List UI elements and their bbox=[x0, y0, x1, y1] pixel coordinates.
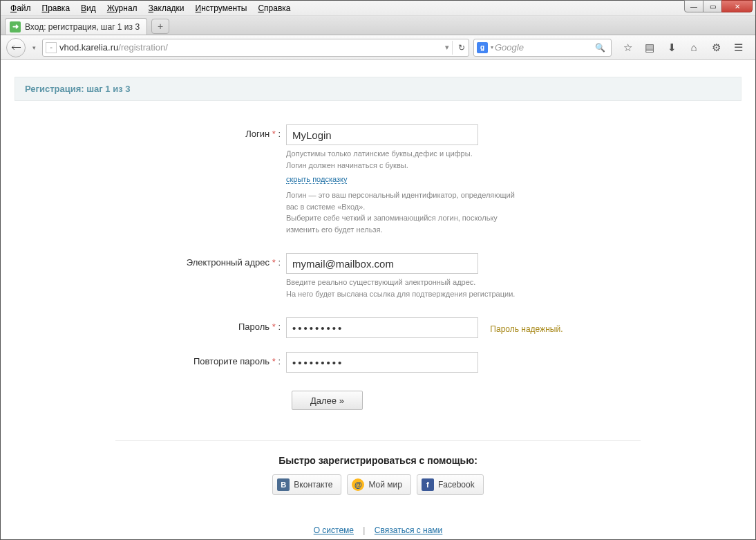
search-go-icon[interactable]: 🔍 bbox=[592, 43, 608, 53]
tab-title: Вход: регистрация, шаг 1 из 3 bbox=[25, 22, 140, 32]
menu-icon[interactable]: ☰ bbox=[732, 41, 744, 54]
menu-tools[interactable]: Инструменты bbox=[190, 2, 253, 15]
tab-active[interactable]: ➜ Вход: регистрация, шаг 1 из 3 bbox=[5, 18, 147, 35]
menubar: Файл Правка Вид Журнал Закладки Инструме… bbox=[1, 1, 755, 16]
search-placeholder: Google bbox=[495, 42, 592, 53]
email-hint: Введите реально существующий электронный… bbox=[286, 277, 549, 299]
next-button[interactable]: Далее » bbox=[292, 391, 363, 410]
new-tab-button[interactable]: + bbox=[151, 19, 169, 34]
password-repeat-input[interactable] bbox=[286, 352, 478, 373]
maximize-button[interactable]: ▭ bbox=[703, 0, 722, 12]
google-icon[interactable]: g bbox=[477, 42, 488, 53]
addon-icon[interactable]: ⚙ bbox=[710, 41, 722, 54]
login-hint-1: Допустимы только латинские буквы,дефис и… bbox=[286, 148, 521, 171]
search-bar[interactable]: g ▾ Google 🔍 bbox=[473, 39, 612, 57]
menu-edit[interactable]: Правка bbox=[37, 2, 76, 15]
password-repeat-label: Повторите пароль * : bbox=[15, 352, 286, 373]
separator bbox=[115, 440, 641, 441]
url-dropdown-icon[interactable]: ▾ bbox=[442, 43, 452, 52]
menu-help[interactable]: Справка bbox=[252, 2, 296, 15]
login-input[interactable] bbox=[286, 124, 478, 145]
reload-button[interactable]: ↻ bbox=[452, 41, 466, 55]
row-password: Пароль * : Пароль надежный. bbox=[15, 317, 741, 339]
search-engine-caret-icon[interactable]: ▾ bbox=[491, 44, 493, 50]
login-hint-2: Логин — это ваш персональный идентификат… bbox=[286, 189, 521, 235]
bookmarks-list-icon[interactable]: ▤ bbox=[643, 41, 656, 54]
toolbar-icons: ☆ ▤ ⬇ ⌂ ⚙ ☰ bbox=[616, 41, 750, 54]
submit-row: Далее » bbox=[292, 391, 741, 410]
nav-toolbar: 🡐 ▾ ▫ vhod.karelia.ru/registration/ ▾ ↻ … bbox=[1, 35, 755, 60]
url-bar[interactable]: ▫ vhod.karelia.ru/registration/ ▾ ↻ bbox=[42, 39, 469, 57]
bookmark-star-icon[interactable]: ☆ bbox=[621, 41, 634, 54]
tab-favicon-icon: ➜ bbox=[10, 21, 21, 32]
social-facebook-button[interactable]: fFacebook bbox=[417, 474, 484, 495]
site-identity-icon[interactable]: ▫ bbox=[46, 42, 57, 53]
page: Регистрация: шаг 1 из 3 Логин * : Допуст… bbox=[2, 60, 754, 538]
home-icon[interactable]: ⌂ bbox=[688, 41, 700, 53]
toggle-hint-link[interactable]: скрыть подсказку bbox=[286, 175, 347, 184]
row-email: Электронный адрес * : Введите реально су… bbox=[15, 253, 741, 299]
content-viewport: Регистрация: шаг 1 из 3 Логин * : Допуст… bbox=[2, 60, 754, 538]
tab-bar: ➜ Вход: регистрация, шаг 1 из 3 + bbox=[1, 16, 755, 35]
social-block: Быстро зарегистрироваться с помощью: BВк… bbox=[15, 455, 741, 495]
facebook-icon: f bbox=[422, 478, 434, 491]
social-moimir-button[interactable]: @Мой мир bbox=[347, 474, 410, 495]
social-vk-label: Вконтакте bbox=[294, 480, 332, 490]
login-label: Логин * : bbox=[15, 124, 286, 235]
contact-link[interactable]: Связаться с нами bbox=[375, 525, 442, 535]
password-strength-note: Пароль надежный. bbox=[490, 319, 563, 339]
content-scroll[interactable]: Регистрация: шаг 1 из 3 Логин * : Допуст… bbox=[2, 60, 754, 538]
footer-divider: | bbox=[363, 525, 365, 535]
history-dropdown-icon[interactable]: ▾ bbox=[30, 44, 38, 51]
menu-history[interactable]: Журнал bbox=[102, 2, 143, 15]
minimize-button[interactable]: — bbox=[684, 0, 703, 12]
back-button[interactable]: 🡐 bbox=[6, 38, 26, 57]
moimir-icon: @ bbox=[352, 478, 364, 491]
vk-icon: B bbox=[277, 478, 290, 491]
menu-file[interactable]: Файл bbox=[5, 2, 37, 15]
email-label: Электронный адрес * : bbox=[15, 253, 286, 299]
page-title: Регистрация: шаг 1 из 3 bbox=[15, 77, 741, 101]
row-password-repeat: Повторите пароль * : bbox=[15, 352, 741, 373]
close-button[interactable]: ✕ bbox=[721, 0, 753, 12]
password-input[interactable] bbox=[286, 317, 478, 338]
social-vk-button[interactable]: BВконтакте bbox=[272, 474, 341, 495]
menu-view[interactable]: Вид bbox=[75, 2, 102, 15]
url-text: vhod.karelia.ru/registration/ bbox=[59, 42, 442, 53]
social-facebook-label: Facebook bbox=[438, 480, 475, 490]
social-moimir-label: Мой мир bbox=[368, 480, 401, 490]
row-login: Логин * : Допустимы только латинские бук… bbox=[15, 124, 741, 235]
footer-links: О системе | Связаться с нами bbox=[15, 525, 741, 535]
menu-bookmarks[interactable]: Закладки bbox=[143, 2, 190, 15]
window-controls: — ▭ ✕ bbox=[685, 0, 753, 12]
email-input[interactable] bbox=[286, 253, 478, 274]
about-link[interactable]: О системе bbox=[314, 525, 354, 535]
downloads-icon[interactable]: ⬇ bbox=[665, 41, 678, 54]
social-title: Быстро зарегистрироваться с помощью: bbox=[15, 455, 741, 466]
browser-window: Файл Правка Вид Журнал Закладки Инструме… bbox=[0, 0, 756, 540]
password-label: Пароль * : bbox=[15, 317, 286, 339]
